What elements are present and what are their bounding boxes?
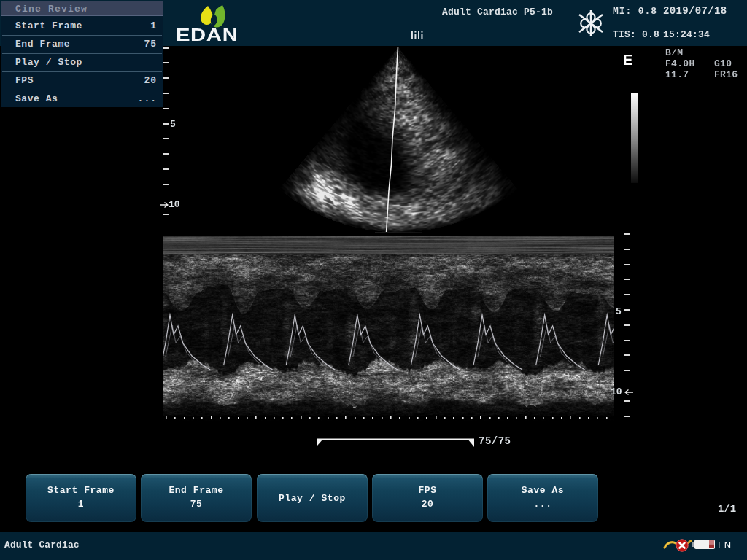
svg-text:EDAN: EDAN [176,26,238,44]
